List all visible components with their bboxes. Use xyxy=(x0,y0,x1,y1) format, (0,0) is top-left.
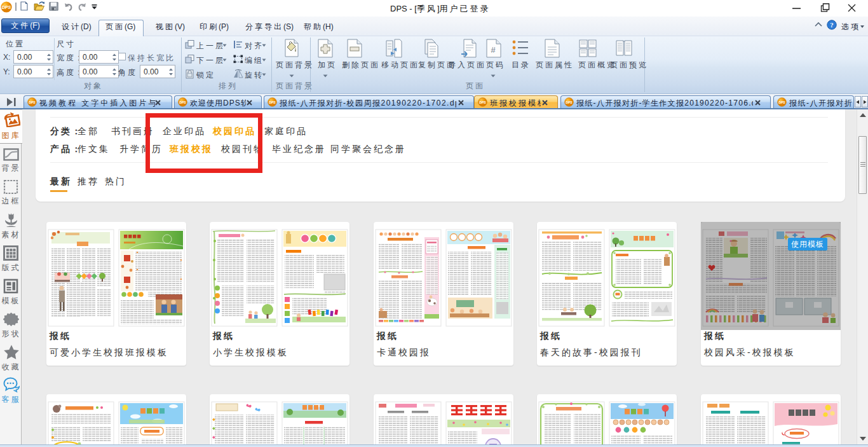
svg-text:DPS: DPS xyxy=(179,100,186,104)
svg-text:DPS: DPS xyxy=(566,100,573,104)
svg-text:DPS: DPS xyxy=(479,100,486,104)
svg-text:DPS: DPS xyxy=(269,100,276,104)
svg-text:#: # xyxy=(491,45,496,55)
svg-text:?: ? xyxy=(830,21,834,29)
svg-text:DPS: DPS xyxy=(778,100,785,104)
svg-text:DPS: DPS xyxy=(2,5,11,10)
svg-text:DPS: DPS xyxy=(29,100,36,104)
